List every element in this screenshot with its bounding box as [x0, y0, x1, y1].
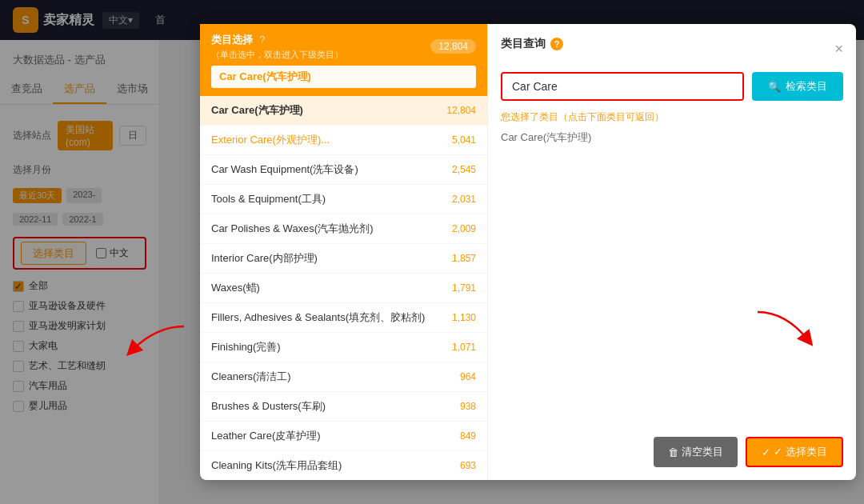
close-icon[interactable]: ×	[834, 41, 843, 58]
category-item-5[interactable]: Interior Care(内部护理)1,857	[200, 244, 487, 274]
category-item-count-7: 1,130	[452, 312, 476, 323]
left-panel-hint: （单击选中，双击进入下级类目）	[211, 49, 343, 61]
category-modal: 类目选择 ? （单击选中，双击进入下级类目） 12,804 Car Care(汽…	[200, 24, 856, 480]
left-panel-count: 12,804	[430, 39, 476, 54]
search-btn-label: 检索类目	[786, 79, 827, 94]
right-panel-title: 类目查询 ?	[501, 37, 563, 51]
category-item-name-2: Car Wash Equipment(洗车设备)	[211, 162, 358, 177]
search-input[interactable]	[502, 74, 742, 99]
right-panel-question: ?	[550, 38, 563, 50]
category-item-8[interactable]: Finishing(完善)1,071	[200, 333, 487, 362]
category-item-name-7: Fillers, Adhesives & Sealants(填充剂、胶粘剂)	[211, 310, 425, 325]
category-item-name-0: Car Care(汽车护理)	[211, 103, 303, 118]
right-content-spacer	[501, 158, 843, 427]
category-item-7[interactable]: Fillers, Adhesives & Sealants(填充剂、胶粘剂)1,…	[200, 303, 487, 333]
search-row: 🔍 检索类目	[501, 72, 843, 101]
category-item-10[interactable]: Brushes & Dusters(车刷)938	[200, 392, 487, 422]
search-icon: 🔍	[768, 81, 781, 93]
trash-icon: 🗑	[668, 446, 678, 458]
right-panel: 类目查询 ? × 🔍 检索类目 您选择了类目（点击下面类目可返回） Car Ca…	[488, 24, 856, 480]
left-panel-title-row: 类目选择 ? （单击选中，双击进入下级类目） 12,804	[211, 32, 476, 61]
left-panel-header: 类目选择 ? （单击选中，双击进入下级类目） 12,804 Car Care(汽…	[200, 24, 487, 96]
category-item-name-11: Leather Care(皮革护理)	[211, 429, 321, 443]
category-item-count-0: 12,804	[446, 105, 476, 116]
select-btn-label: ✓ 选择类目	[774, 445, 827, 459]
category-item-name-4: Car Polishes & Waxes(汽车抛光剂)	[211, 222, 374, 236]
search-button[interactable]: 🔍 检索类目	[752, 72, 843, 101]
category-item-count-5: 1,857	[452, 253, 476, 264]
category-item-name-3: Tools & Equipment(工具)	[211, 192, 326, 206]
category-list: Car Care(汽车护理)12,804Exterior Care(外观护理).…	[200, 96, 487, 480]
left-panel-question: ?	[259, 34, 265, 46]
left-panel-title: 类目选择	[211, 34, 253, 46]
left-panel-title-group: 类目选择 ? （单击选中，双击进入下级类目）	[211, 32, 343, 61]
active-category-label: Car Care(汽车护理)	[211, 66, 476, 88]
category-item-3[interactable]: Tools & Equipment(工具)2,031	[200, 185, 487, 214]
category-item-name-6: Waxes(蜡)	[211, 281, 260, 295]
selected-notice: 您选择了类目（点击下面类目可返回）	[501, 110, 843, 124]
category-item-6[interactable]: Waxes(蜡)1,791	[200, 274, 487, 303]
category-item-count-4: 2,009	[452, 223, 476, 234]
category-item-count-3: 2,031	[452, 194, 476, 205]
category-item-name-10: Brushes & Dusters(车刷)	[211, 399, 326, 414]
category-item-1[interactable]: Exterior Care(外观护理)...5,041	[200, 126, 487, 155]
category-item-9[interactable]: Cleaners(清洁工)964	[200, 362, 487, 392]
category-item-4[interactable]: Car Polishes & Waxes(汽车抛光剂)2,009	[200, 214, 487, 244]
category-item-0[interactable]: Car Care(汽车护理)12,804	[200, 96, 487, 126]
category-item-name-5: Interior Care(内部护理)	[211, 251, 318, 266]
left-panel: 类目选择 ? （单击选中，双击进入下级类目） 12,804 Car Care(汽…	[200, 24, 488, 480]
arrow-right	[754, 308, 818, 356]
category-item-12[interactable]: Cleaning Kits(洗车用品套组)693	[200, 451, 487, 480]
category-item-count-1: 5,041	[452, 134, 476, 146]
category-item-name-12: Cleaning Kits(洗车用品套组)	[211, 458, 342, 473]
category-item-count-12: 693	[460, 460, 476, 471]
search-input-wrap	[501, 72, 744, 101]
category-item-2[interactable]: Car Wash Equipment(洗车设备)2,545	[200, 155, 487, 185]
select-button[interactable]: ✓ ✓ 选择类目	[746, 437, 843, 467]
category-item-count-2: 2,545	[452, 164, 476, 175]
category-item-count-11: 849	[460, 430, 476, 442]
clear-btn-label: 清空类目	[682, 445, 723, 459]
breadcrumb: Car Care(汽车护理)	[501, 130, 843, 145]
modal-body: 类目选择 ? （单击选中，双击进入下级类目） 12,804 Car Care(汽…	[200, 24, 856, 480]
right-panel-title-text: 类目查询	[501, 37, 546, 51]
clear-button[interactable]: 🗑 清空类目	[654, 437, 738, 467]
category-item-name-1: Exterior Care(外观护理)...	[211, 133, 330, 147]
category-item-count-6: 1,791	[452, 282, 476, 294]
category-item-count-8: 1,071	[452, 342, 476, 353]
check-icon: ✓	[762, 446, 770, 458]
category-item-name-9: Cleaners(清洁工)	[211, 370, 291, 384]
category-item-name-8: Finishing(完善)	[211, 340, 281, 354]
category-item-count-10: 938	[460, 401, 476, 412]
action-buttons: 🗑 清空类目 ✓ ✓ 选择类目	[501, 427, 843, 467]
category-item-11[interactable]: Leather Care(皮革护理)849	[200, 422, 487, 451]
category-item-count-9: 964	[460, 371, 476, 382]
arrow-left	[124, 318, 188, 362]
